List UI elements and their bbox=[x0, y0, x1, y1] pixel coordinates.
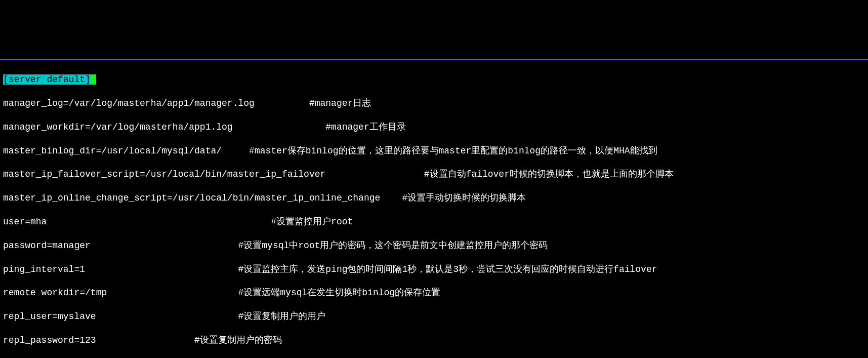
text-cursor bbox=[91, 74, 96, 85]
config-line: master_binlog_dir=/usr/local/mysql/data/… bbox=[3, 145, 865, 157]
config-line: repl_password=123 #设置复制用户的密码 bbox=[3, 335, 865, 346]
section-header-highlight: [server default] bbox=[3, 74, 91, 85]
config-line: repl_user=myslave #设置复制用户的用户 bbox=[3, 311, 865, 323]
config-line: ping_interval=1 #设置监控主库，发送ping包的时间间隔1秒，默… bbox=[3, 264, 865, 275]
config-line: remote_workdir=/tmp #设置远端mysql在发生切换时binl… bbox=[3, 287, 865, 299]
config-line: manager_workdir=/var/log/masterha/app1.l… bbox=[3, 122, 865, 133]
config-line: manager_log=/var/log/masterha/app1/manag… bbox=[3, 98, 865, 109]
config-line-header: [server default] bbox=[3, 74, 865, 86]
config-line: master_ip_online_change_script=/usr/loca… bbox=[3, 192, 865, 204]
config-line: user=mha #设置监控用户root bbox=[3, 216, 865, 228]
config-line: master_ip_failover_script=/usr/local/bin… bbox=[3, 169, 865, 180]
config-line: password=manager #设置mysql中root用户的密码，这个密码… bbox=[3, 240, 865, 252]
terminal-window[interactable]: [server default] manager_log=/var/log/ma… bbox=[0, 59, 868, 358]
